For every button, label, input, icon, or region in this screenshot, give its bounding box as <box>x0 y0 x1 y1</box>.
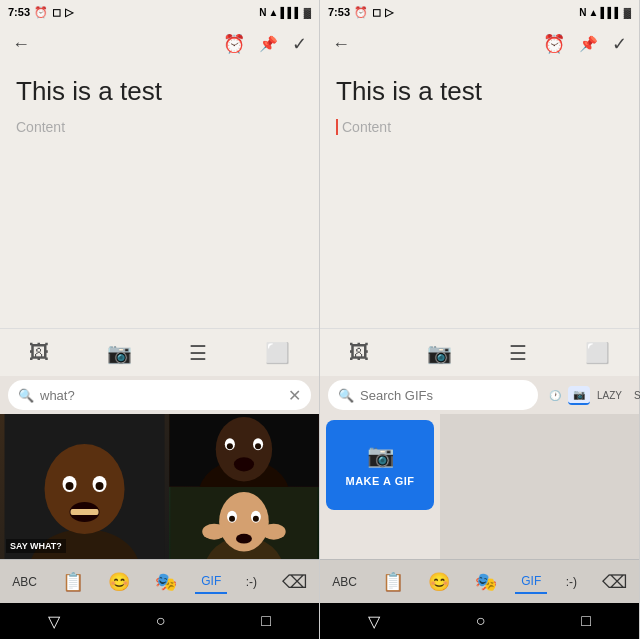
status-left-right: 7:53 ⏰ ◻ ▷ <box>328 6 393 19</box>
svg-point-6 <box>96 482 104 490</box>
camera-icon-left[interactable]: 📷 <box>107 341 132 365</box>
wifi-icon-right: ▲ <box>589 7 599 18</box>
nav-home-left[interactable]: ○ <box>156 612 166 630</box>
left-panel: 7:53 ⏰ ◻ ▷ N ▲ ▌▌▌ ▓ ← ⏰ 📌 ✓ This is a t… <box>0 0 320 639</box>
kb-delete-right[interactable]: ⌫ <box>596 567 633 597</box>
image-icon-right[interactable]: 🖼 <box>349 341 369 364</box>
keyboard-row-right: ABC 📋 😊 🎭 GIF :-) ⌫ <box>320 559 639 603</box>
search-icon-left: 🔍 <box>18 388 34 403</box>
signal-icon: ▌▌▌ <box>280 7 301 18</box>
svg-point-26 <box>236 533 252 543</box>
status-bar-right: 7:53 ⏰ ◻ ▷ N ▲ ▌▌▌ ▓ <box>320 0 639 24</box>
battery-icon-right: ▓ <box>624 7 631 18</box>
svg-point-24 <box>202 523 226 539</box>
nav-back-right[interactable]: ▽ <box>368 612 380 631</box>
alarm-button-left[interactable]: ⏰ <box>223 33 245 55</box>
status-right-right: N ▲ ▌▌▌ ▓ <box>579 7 631 18</box>
search-clear-left[interactable]: ✕ <box>288 386 301 405</box>
gif-bottom-right[interactable] <box>169 487 319 560</box>
keyboard-section-left: 🔍 ✕ <box>0 376 319 603</box>
play-icon: ▷ <box>65 6 73 19</box>
search-bar-left: 🔍 ✕ <box>0 376 319 414</box>
search-input-right[interactable] <box>360 388 528 403</box>
keyboard-section-right: 🔍 🕐 📷 LAZY STRESSE 📷 MAKE A GIF ABC <box>320 376 639 603</box>
pin-button-right[interactable]: 📌 <box>579 35 598 53</box>
make-gif-area: 📷 MAKE A GIF <box>320 414 440 559</box>
kb-smiley-right[interactable]: :-) <box>560 571 583 593</box>
svg-point-16 <box>234 457 254 471</box>
search-input-left[interactable] <box>40 388 282 403</box>
check-button-left[interactable]: ✓ <box>292 33 307 55</box>
battery-icon: ▓ <box>304 7 311 18</box>
gif-top-right[interactable] <box>169 414 319 487</box>
note-area-left: This is a test Content <box>0 64 319 328</box>
android-icon: ◻ <box>52 6 61 19</box>
back-button-left[interactable]: ← <box>12 34 30 55</box>
kb-clipboard-left[interactable]: 📋 <box>56 567 90 597</box>
kb-abc-right[interactable]: ABC <box>326 571 363 593</box>
svg-point-15 <box>255 443 261 449</box>
note-content-right[interactable]: Content <box>336 119 623 135</box>
alarm-icon-right: ⏰ <box>354 6 368 19</box>
gif-tabs: 🕐 📷 LAZY STRESSE <box>544 386 640 405</box>
gif-grid-left: SAY WHAT? <box>0 414 319 559</box>
kb-delete-left[interactable]: ⌫ <box>276 567 313 597</box>
alarm-button-right[interactable]: ⏰ <box>543 33 565 55</box>
nav-back-left[interactable]: ▽ <box>48 612 60 631</box>
signal-icon-right: ▌▌▌ <box>600 7 621 18</box>
kb-smiley-left[interactable]: :-) <box>240 571 263 593</box>
make-gif-button[interactable]: 📷 MAKE A GIF <box>326 420 434 510</box>
note-title-right[interactable]: This is a test <box>336 76 623 107</box>
nfc-icon: N <box>259 7 266 18</box>
kb-sticker-right[interactable]: 🎭 <box>469 567 503 597</box>
keyboard-row-left: ABC 📋 😊 🎭 GIF :-) ⌫ <box>0 559 319 603</box>
status-bar-left: 7:53 ⏰ ◻ ▷ N ▲ ▌▌▌ ▓ <box>0 0 319 24</box>
note-content-left[interactable]: Content <box>16 119 303 135</box>
make-gif-camera-icon: 📷 <box>367 443 394 469</box>
check-button-right[interactable]: ✓ <box>612 33 627 55</box>
nav-home-right[interactable]: ○ <box>476 612 486 630</box>
kb-gif-right[interactable]: GIF <box>515 570 547 594</box>
right-panel: 7:53 ⏰ ◻ ▷ N ▲ ▌▌▌ ▓ ← ⏰ 📌 ✓ This is a t… <box>320 0 640 639</box>
image-icon-left[interactable]: 🖼 <box>29 341 49 364</box>
svg-point-11 <box>216 417 272 481</box>
camera-icon-right[interactable]: 📷 <box>427 341 452 365</box>
list-icon-left[interactable]: ☰ <box>189 341 207 365</box>
nav-bar-right: ▽ ○ □ <box>320 603 639 639</box>
toolbar-right: ← ⏰ 📌 ✓ <box>320 24 639 64</box>
nav-recents-right[interactable]: □ <box>581 612 591 630</box>
kb-emoji-right[interactable]: 😊 <box>422 567 456 597</box>
gif-caption-saywhat: SAY WHAT? <box>6 539 66 553</box>
tab-camera[interactable]: 📷 <box>568 386 590 405</box>
toolbar-left: ← ⏰ 📌 ✓ <box>0 24 319 64</box>
tab-lazy[interactable]: LAZY <box>592 387 627 404</box>
tab-stressed[interactable]: STRESSE <box>629 387 640 404</box>
nav-bar-left: ▽ ○ □ <box>0 603 319 639</box>
svg-point-23 <box>253 515 259 521</box>
svg-point-14 <box>227 443 233 449</box>
nav-recents-left[interactable]: □ <box>261 612 271 630</box>
gif-area-right: 📷 MAKE A GIF <box>320 414 639 559</box>
toolbar-right-left: ⏰ 📌 ✓ <box>223 33 307 55</box>
list-icon-right[interactable]: ☰ <box>509 341 527 365</box>
toolbar-right-right: ⏰ 📌 ✓ <box>543 33 627 55</box>
crop-icon-left[interactable]: ⬜ <box>265 341 290 365</box>
crop-icon-right[interactable]: ⬜ <box>585 341 610 365</box>
kb-sticker-left[interactable]: 🎭 <box>149 567 183 597</box>
time-right: 7:53 <box>328 6 350 18</box>
note-title-left[interactable]: This is a test <box>16 76 303 107</box>
back-button-right[interactable]: ← <box>332 34 350 55</box>
kb-emoji-left[interactable]: 😊 <box>102 567 136 597</box>
kb-clipboard-right[interactable]: 📋 <box>376 567 410 597</box>
svg-point-25 <box>262 523 286 539</box>
search-icon-right: 🔍 <box>338 388 354 403</box>
gif-right-col <box>169 414 319 559</box>
kb-abc-left[interactable]: ABC <box>6 571 43 593</box>
face-left-img <box>0 414 169 559</box>
kb-gif-left[interactable]: GIF <box>195 570 227 594</box>
tab-clock[interactable]: 🕐 <box>544 387 566 404</box>
pin-button-left[interactable]: 📌 <box>259 35 278 53</box>
gif-left-col[interactable]: SAY WHAT? <box>0 414 169 559</box>
wifi-icon: ▲ <box>269 7 279 18</box>
svg-point-22 <box>229 515 235 521</box>
